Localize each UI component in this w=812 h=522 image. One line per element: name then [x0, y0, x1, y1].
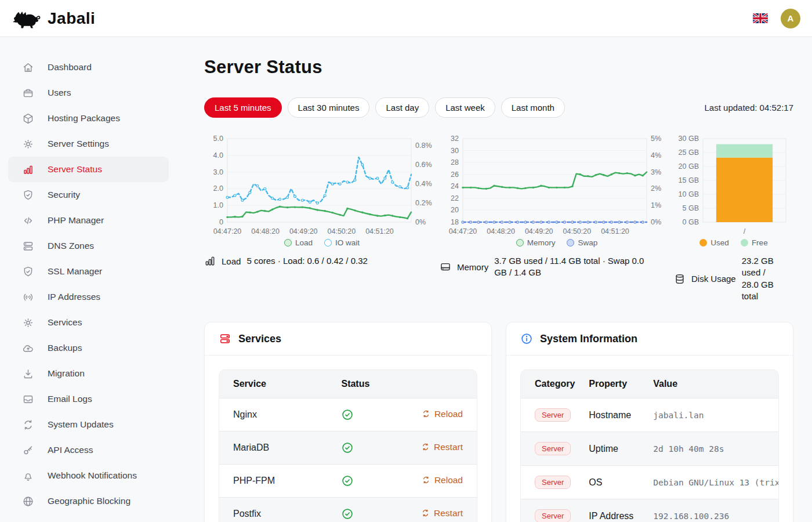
svg-text:04:51:20: 04:51:20 [365, 227, 394, 235]
services-card-title: Services [238, 333, 281, 345]
property-name: Hostname [575, 398, 639, 432]
sidebar-item-dashboard[interactable]: Dashboard [8, 55, 169, 80]
sidebar-item-webhook-notifications[interactable]: Webhook Notifications [8, 463, 169, 488]
sidebar-item-ssl-manager[interactable]: SSL Manager [8, 259, 169, 284]
page-title: Server Status [204, 57, 793, 78]
range-button-last-day[interactable]: Last day [375, 97, 429, 118]
property-value: 2d 10h 40m 28s [639, 432, 778, 466]
sidebar-item-label: Dashboard [48, 62, 92, 72]
system-info-table: Category Property Value ServerHostnameja… [521, 370, 778, 522]
property-value: Debian GNU/Linux 13 (trixie) [639, 466, 778, 499]
sidebar-item-server-settings[interactable]: Server Settings [8, 131, 169, 157]
sysinfo-row-hostname: ServerHostnamejabali.lan [521, 398, 778, 432]
language-flag-uk-icon[interactable] [753, 13, 768, 23]
code-icon [22, 215, 34, 227]
svg-text:5%: 5% [651, 135, 661, 143]
key-icon [22, 444, 34, 456]
sidebar-item-label: Webhook Notifications [48, 470, 137, 481]
svg-text:0 GB: 0 GB [683, 218, 699, 226]
range-button-last-5-minutes[interactable]: Last 5 minutes [204, 97, 282, 118]
stat-value: 23.2 GB used / 28.0 GB total [742, 255, 778, 302]
sidebar-item-label: Server Settings [48, 139, 109, 149]
sidebar-item-ip-addresses[interactable]: IP Addresses [8, 284, 169, 310]
legend-item-free: Free [741, 238, 768, 247]
property-name: OS [575, 466, 639, 499]
restart-postfix-button[interactable]: Restart [421, 508, 463, 519]
legend-item-load: Load [284, 238, 313, 247]
stat-disk-usage: Disk Usage23.2 GB used / 28.0 GB total [674, 255, 793, 302]
sidebar-item-users[interactable]: Users [8, 80, 169, 106]
sysinfo-row-ip-address: ServerIP Address192.168.100.236 [521, 499, 778, 522]
sidebar-item-geographic-blocking[interactable]: Geographic Blocking [8, 488, 169, 514]
svg-text:28: 28 [451, 158, 459, 166]
sysinfo-col-value: Value [639, 370, 778, 398]
stat-load: Load5 cores · Load: 0.6 / 0.42 / 0.32 [204, 255, 440, 267]
range-button-last-week[interactable]: Last week [435, 97, 495, 118]
sidebar-item-services[interactable]: Services [8, 310, 169, 335]
stat-memory: Memory3.7 GB used / 11.4 GB total · Swap… [440, 255, 674, 279]
category-badge: Server [535, 442, 571, 455]
brand-name: Jabali [48, 9, 95, 28]
svg-text:15 GB: 15 GB [679, 176, 699, 184]
gear-icon [22, 138, 34, 150]
chart-memory: 18202224262830320%1%2%3%4%5%04:47:2004:4… [440, 133, 674, 302]
users-icon [22, 87, 34, 99]
reload-php-fpm-button[interactable]: Reload [422, 475, 463, 485]
svg-text:04:48:20: 04:48:20 [251, 227, 280, 235]
svg-text:0.2%: 0.2% [415, 199, 432, 207]
home-icon [22, 61, 34, 74]
sysinfo-row-uptime: ServerUptime2d 10h 40m 28s [521, 432, 778, 466]
sidebar-item-system-updates[interactable]: System Updates [8, 412, 169, 437]
status-ok-icon [341, 507, 354, 520]
svg-text:04:49:20: 04:49:20 [289, 227, 318, 235]
sidebar-item-label: System Updates [48, 419, 114, 430]
broadcast-icon [22, 291, 34, 303]
svg-text:0.6%: 0.6% [415, 161, 432, 169]
chart-disk: 0 GB5 GB10 GB15 GB20 GB25 GB30 GB/UsedFr… [674, 133, 793, 302]
svg-text:18: 18 [451, 218, 459, 226]
bell-icon [22, 470, 34, 482]
svg-text:1.0: 1.0 [213, 201, 223, 209]
legend-item-used: Used [699, 238, 729, 247]
services-col-service: Service [219, 370, 327, 398]
range-button-last-month[interactable]: Last month [501, 97, 565, 118]
sidebar-item-security[interactable]: Security [8, 182, 169, 208]
chart-canvas: 18202224262830320%1%2%3%4%5%04:47:2004:4… [440, 133, 675, 237]
category-badge: Server [535, 476, 571, 489]
sidebar-item-backups[interactable]: Backups [8, 335, 169, 361]
chart-canvas: 0 GB5 GB10 GB15 GB20 GB25 GB30 GB/ [674, 133, 793, 237]
sidebar-item-label: SSL Manager [48, 266, 102, 277]
sidebar-item-dns-zones[interactable]: DNS Zones [8, 233, 169, 259]
service-row-mariadb: MariaDBRestart [219, 432, 477, 465]
category-badge: Server [535, 509, 571, 522]
svg-text:3%: 3% [651, 168, 661, 176]
status-ok-icon [341, 408, 354, 421]
restart-mariadb-button[interactable]: Restart [421, 442, 463, 452]
reload-icon [422, 409, 430, 418]
service-name: Postfix [219, 498, 327, 522]
sidebar-item-server-status[interactable]: Server Status [8, 157, 169, 182]
reload-nginx-button[interactable]: Reload [422, 409, 463, 419]
sidebar-item-api-access[interactable]: API Access [8, 437, 169, 463]
inbox-icon [22, 393, 34, 405]
range-button-last-30-minutes[interactable]: Last 30 minutes [288, 97, 370, 118]
sidebar-item-email-logs[interactable]: Email Logs [8, 386, 169, 412]
sysinfo-col-category: Category [521, 370, 575, 398]
chart-legend: UsedFree [674, 238, 793, 247]
status-ok-icon [341, 474, 354, 487]
database-icon [674, 273, 686, 285]
svg-text:25 GB: 25 GB [679, 148, 699, 157]
sysinfo-row-os: ServerOSDebian GNU/Linux 13 (trixie) [521, 466, 778, 499]
download-icon [22, 368, 34, 380]
sidebar-item-php-manager[interactable]: PHP Manager [8, 208, 169, 233]
reload-icon [421, 509, 430, 517]
sidebar-item-hosting-packages[interactable]: Hosting Packages [8, 106, 169, 131]
top-bar: Jabali A [0, 0, 812, 37]
globe-icon [22, 495, 34, 507]
sidebar-item-label: Migration [48, 368, 85, 379]
sidebar-item-migration[interactable]: Migration [8, 361, 169, 386]
stat-value: 3.7 GB used / 11.4 GB total · Swap 0.0 G… [494, 255, 659, 279]
sidebar-item-label: Geographic Blocking [48, 496, 130, 506]
user-avatar[interactable]: A [781, 9, 800, 28]
refresh-icon [22, 419, 34, 431]
